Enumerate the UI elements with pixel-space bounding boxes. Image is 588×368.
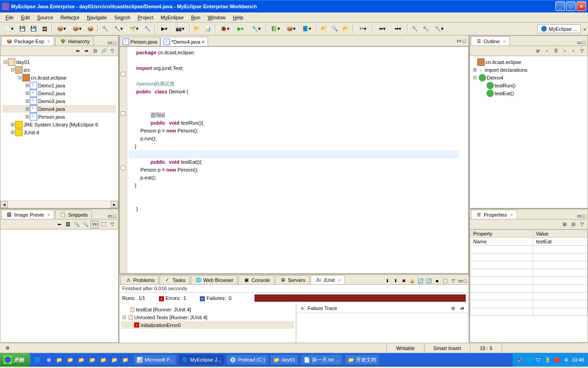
compare-icon[interactable]: ⇄ <box>458 305 466 312</box>
zoom-in-icon[interactable]: 🔍 <box>82 221 89 228</box>
hide-fields-icon[interactable]: ○ <box>543 47 551 55</box>
expand-icon[interactable]: ⊞ <box>472 67 477 73</box>
collapse-icon[interactable]: ⊟ <box>91 47 99 55</box>
tree-item[interactable]: Demo3.java <box>38 98 65 104</box>
menu-file[interactable]: File <box>2 14 17 21</box>
tab-junit[interactable]: JuJUnit× <box>311 275 345 284</box>
tree-item[interactable]: cn.itcast.eclipse <box>486 59 521 65</box>
quick-launch-4[interactable]: 📁 <box>87 355 97 365</box>
menu-search[interactable]: Search <box>111 14 134 21</box>
close-icon[interactable]: × <box>202 39 204 45</box>
tab-image-preview[interactable]: 🖼 Image Previe × <box>1 210 54 219</box>
maximize-editor-icon[interactable]: □ <box>463 38 466 44</box>
tree-item[interactable]: Demo2.java <box>38 91 65 96</box>
open-type-button[interactable]: 📂 <box>319 24 329 34</box>
new-pkg-button[interactable]: 📦▾ <box>284 24 299 34</box>
launch1-button[interactable]: 📦▾ <box>54 24 69 34</box>
new-if-button[interactable]: 📘▾ <box>300 24 314 34</box>
stop3-button[interactable]: 🔧▾ <box>432 24 447 34</box>
editor-tab-person[interactable]: Person.java <box>119 37 160 46</box>
quick-launch-2[interactable]: 📁 <box>65 355 75 365</box>
save-button[interactable]: 💾 <box>17 24 28 34</box>
fit-icon[interactable]: ⛶ <box>100 221 107 228</box>
tree-item[interactable]: testEat [Runner: JUnit 4] <box>136 307 191 312</box>
tree-item[interactable]: JRE System Library [MyEclipse 6 <box>23 122 98 127</box>
search-button[interactable]: 🔍 <box>330 24 340 34</box>
open-icon[interactable]: 🖼 <box>64 221 72 228</box>
expand-icon[interactable]: ⊞ <box>10 129 15 135</box>
tree-item[interactable]: src <box>23 67 30 73</box>
expand-icon[interactable]: ⊟ <box>17 75 23 80</box>
tray-icon[interactable]: 🟥 <box>553 356 560 363</box>
forward-icon[interactable]: ➡ <box>83 47 90 55</box>
tab-problems[interactable]: ⚠Problems <box>120 275 158 284</box>
expand-icon[interactable]: ⊟ <box>472 75 477 80</box>
new-class-button[interactable]: 📗▾ <box>268 24 283 34</box>
col-value[interactable]: Value <box>533 230 587 238</box>
stop2-button[interactable]: 🔧 <box>421 24 431 34</box>
tree-item[interactable]: Demo4.java <box>38 106 65 112</box>
task-item[interactable]: 📁开发文档 <box>345 354 379 365</box>
prev-fail-icon[interactable]: ⬆ <box>392 277 399 284</box>
editor-tab-demo4[interactable]: *Demo4.java × <box>160 37 208 46</box>
quick-launch-7[interactable]: 📁 <box>120 355 130 365</box>
quick-launch-1[interactable]: 📁 <box>54 355 64 365</box>
save-all-button[interactable]: 💾 <box>28 24 39 34</box>
menu-source[interactable]: Source <box>34 14 57 21</box>
menu-navigate[interactable]: Navigate <box>83 14 110 21</box>
menu-icon[interactable]: ▽ <box>450 277 457 284</box>
minimize-view-icon[interactable]: ▭ <box>107 213 112 219</box>
menu-icon[interactable]: ▽ <box>109 47 116 55</box>
close-icon[interactable]: × <box>503 39 506 44</box>
tray-icon[interactable]: 🛡 <box>535 356 542 363</box>
ws-button[interactable]: 🔧 <box>142 24 153 34</box>
task-item[interactable]: 📄第一天.txt ... <box>300 354 343 365</box>
tab-properties[interactable]: ☰ Properties × <box>471 210 517 219</box>
hide-static-icon[interactable]: S <box>552 47 560 55</box>
tab-tasks[interactable]: ✓Tasks <box>159 275 189 284</box>
deploy-button[interactable]: 📦 <box>85 24 96 34</box>
task-item[interactable]: 🔵MyEclipse J... <box>179 354 225 365</box>
maximize-view-icon[interactable]: □ <box>582 213 586 219</box>
tree-item[interactable]: testRun() <box>495 83 515 88</box>
menu-run[interactable]: Run <box>187 14 204 21</box>
new-button[interactable]: 📄▾ <box>2 24 17 34</box>
hibernate-button[interactable]: 🔧▾ <box>111 24 126 34</box>
minimize-view-icon[interactable]: ▭ <box>577 40 582 46</box>
minimize-editor-icon[interactable]: ▭ <box>457 38 461 44</box>
menu-myeclipse[interactable]: MyEclipse <box>157 14 187 21</box>
annot-button[interactable]: ✏▾ <box>356 24 370 34</box>
back-icon[interactable]: ⬅ <box>74 47 81 55</box>
run-button[interactable]: ▶▾ <box>233 24 248 34</box>
prop-value[interactable]: testEat <box>533 238 587 246</box>
expand-icon[interactable]: ⊟ <box>2 59 8 65</box>
zoom-out-icon[interactable]: 🔍 <box>73 221 80 228</box>
code-editor[interactable]: --- package cn.itcast.eclipse; import or… <box>119 46 469 274</box>
minimize-button[interactable]: _ <box>555 1 565 11</box>
minimize-view-icon[interactable]: ▭ <box>458 278 463 284</box>
menu-project[interactable]: Project <box>134 14 157 21</box>
tab-hierarchy[interactable]: 🌳 Hierarchy <box>55 36 94 46</box>
tab-web-browser[interactable]: 🌐Web Browser <box>191 275 238 284</box>
close-icon[interactable]: × <box>47 39 50 44</box>
nav-fwd-button[interactable]: ➡▾ <box>390 24 405 34</box>
close-icon[interactable]: × <box>510 212 513 218</box>
rerun-icon[interactable]: 🔄 <box>417 277 424 284</box>
minimize-view-icon[interactable]: ▭ <box>577 213 582 219</box>
open-res-button[interactable]: 📂 <box>341 24 351 34</box>
sort-icon[interactable]: aᶻ <box>535 47 542 55</box>
expand-icon[interactable]: ⊞ <box>24 114 30 120</box>
quick-launch-desktop[interactable]: 🖥 <box>43 355 53 365</box>
tree-item[interactable]: Demo1.java <box>38 83 65 88</box>
tab-package-explorer[interactable]: 📦 Package Exp × <box>1 36 54 46</box>
history-icon[interactable]: 📋 <box>441 277 449 284</box>
hide-nonpublic-icon[interactable]: ○ <box>561 47 568 55</box>
maximize-button[interactable]: □ <box>566 1 576 11</box>
collapse-icon[interactable]: ⬅ <box>56 221 63 228</box>
close-icon[interactable]: × <box>338 277 341 283</box>
prop-key[interactable]: Name <box>470 238 533 246</box>
start-button[interactable]: 开始 <box>0 353 30 367</box>
quick-launch-6[interactable]: 📁 <box>109 355 119 365</box>
tab-snippets[interactable]: 📋 Snippets <box>55 210 92 219</box>
link-icon[interactable]: 🔗 <box>100 47 107 55</box>
